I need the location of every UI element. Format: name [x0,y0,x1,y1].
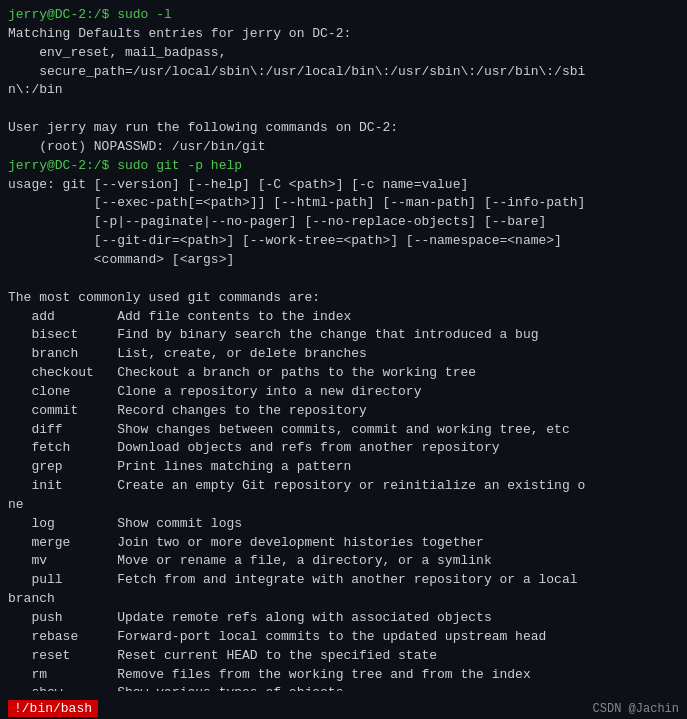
line-23: diff Show changes between commits, commi… [8,421,679,440]
line-27: ne [8,496,679,515]
terminal-window: jerry@DC-2:/$ sudo -l Matching Defaults … [0,0,687,719]
csdn-label: CSDN @Jachin [593,702,679,716]
line-19: branch List, create, or delete branches [8,345,679,364]
line-29: merge Join two or more development histo… [8,534,679,553]
line-11: [--exec-path[=<path>]] [--html-path] [--… [8,194,679,213]
line-36: rm Remove files from the working tree an… [8,666,679,685]
line-24: fetch Download objects and refs from ano… [8,439,679,458]
line-7: User jerry may run the following command… [8,119,679,138]
line-31: pull Fetch from and integrate with anoth… [8,571,679,590]
line-14: <command> [<args>] [8,251,679,270]
line-10: usage: git [--version] [--help] [-C <pat… [8,176,679,195]
terminal-content: jerry@DC-2:/$ sudo -l Matching Defaults … [8,6,679,691]
bottom-bar: !/bin/bash CSDN @Jachin [0,698,687,719]
line-8: (root) NOPASSWD: /usr/bin/git [8,138,679,157]
line-5: n\:/bin [8,81,679,100]
line-17: add Add file contents to the index [8,308,679,327]
line-18: bisect Find by binary search the change … [8,326,679,345]
line-25: grep Print lines matching a pattern [8,458,679,477]
line-16: The most commonly used git commands are: [8,289,679,308]
bash-label: !/bin/bash [8,700,98,717]
line-1: jerry@DC-2:/$ sudo -l [8,6,679,25]
line-15 [8,270,679,289]
line-13: [--git-dir=<path>] [--work-tree=<path>] … [8,232,679,251]
line-6 [8,100,679,119]
line-3: env_reset, mail_badpass, [8,44,679,63]
line-12: [-p|--paginate|--no-pager] [--no-replace… [8,213,679,232]
line-35: reset Reset current HEAD to the specifie… [8,647,679,666]
line-9: jerry@DC-2:/$ sudo git -p help [8,157,679,176]
line-21: clone Clone a repository into a new dire… [8,383,679,402]
line-26: init Create an empty Git repository or r… [8,477,679,496]
line-34: rebase Forward-port local commits to the… [8,628,679,647]
line-33: push Update remote refs along with assoc… [8,609,679,628]
line-20: checkout Checkout a branch or paths to t… [8,364,679,383]
line-32: branch [8,590,679,609]
line-4: secure_path=/usr/local/sbin\:/usr/local/… [8,63,679,82]
line-30: mv Move or rename a file, a directory, o… [8,552,679,571]
line-37: show Show various types of objects [8,684,679,691]
line-28: log Show commit logs [8,515,679,534]
line-22: commit Record changes to the repository [8,402,679,421]
line-2: Matching Defaults entries for jerry on D… [8,25,679,44]
